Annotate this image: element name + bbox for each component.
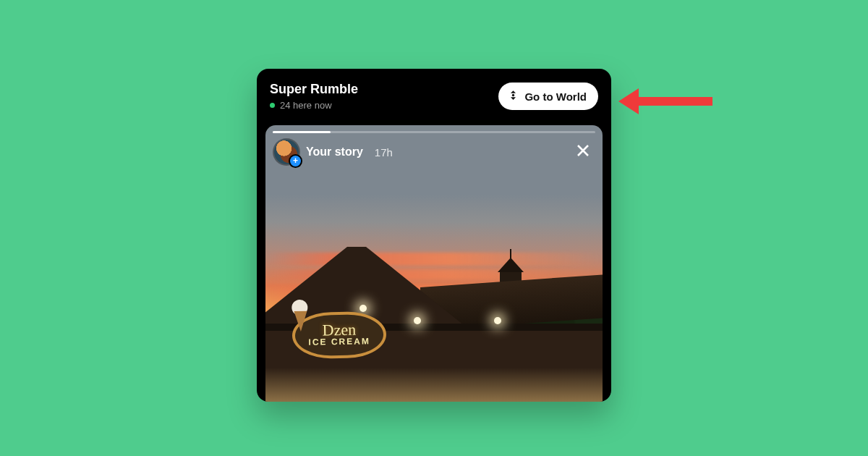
presence-count: 24 here now [280,100,332,111]
svg-point-0 [512,94,514,96]
story-progress-bar [273,131,595,133]
close-button[interactable] [572,141,594,163]
story-header: Your story 17h [274,140,594,164]
online-dot-icon [270,103,275,108]
world-header-info: Super Rumble 24 here now [270,82,358,111]
sign-line-2: ICE CREAM [309,336,371,347]
story-card: Super Rumble 24 here now Go to World [257,69,611,402]
story-viewport[interactable]: Dzen ICE CREAM Your story 17h [265,125,603,402]
sign-line-1: Dzen [323,324,357,337]
story-timestamp: 17h [375,146,393,159]
story-image: Dzen ICE CREAM [265,125,603,402]
avatar[interactable] [274,140,299,164]
world-icon [507,89,519,104]
storefront-sign: Dzen ICE CREAM [292,311,387,359]
story-owner-label: Your story [306,145,363,159]
go-to-world-label: Go to World [524,90,587,103]
presence-status: 24 here now [270,100,358,111]
annotation-arrow-icon [618,88,712,114]
close-icon [574,142,592,162]
world-header: Super Rumble 24 here now Go to World [257,69,611,121]
go-to-world-button[interactable]: Go to World [498,83,598,110]
world-title: Super Rumble [270,82,358,97]
